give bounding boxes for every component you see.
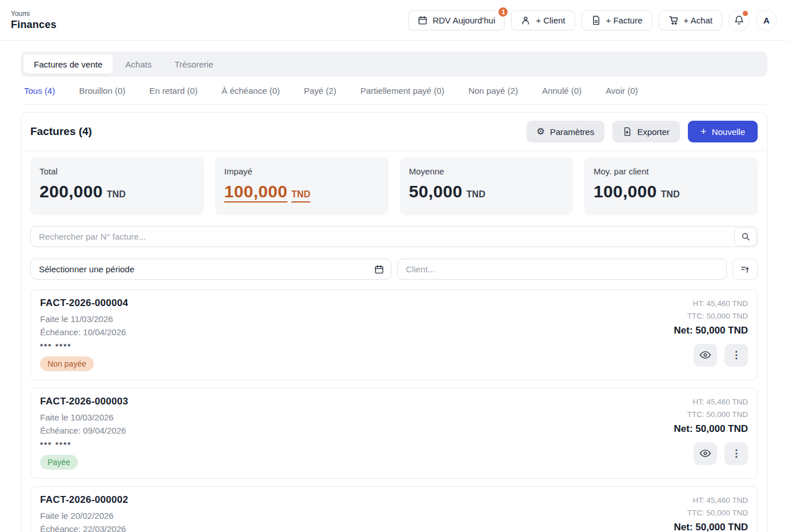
invoice-number: FACT-2026-000002 (40, 494, 128, 506)
invoice-number: FACT-2026-000004 (40, 297, 128, 309)
invoice-ht: HT: 45,460 TND (692, 494, 748, 507)
invoice-right: HT: 45,460 TND TTC: 50,000 TND Net: 50,0… (674, 297, 748, 371)
stat-moyenne-value: 50,000 (409, 182, 463, 201)
search-input[interactable] (30, 226, 758, 247)
more-menu-button[interactable]: ⋮ (724, 442, 748, 465)
eye-icon (699, 447, 711, 459)
invoice-masked-ref: *** **** (40, 440, 128, 449)
add-facture-button[interactable]: + Facture (581, 10, 652, 30)
stat-total-currency: TND (107, 189, 126, 200)
filter-row (30, 259, 758, 280)
stat-moy-par-client: Moy. par client 100,000TND (584, 157, 758, 215)
header-actions: RDV Aujourd'hui 1 + Client + Facture + A… (408, 10, 777, 31)
invoice-left: FACT-2026-000003 Faite le 10/03/2026 Éch… (40, 396, 128, 470)
filter-en-retard[interactable]: En retard (0) (149, 86, 197, 96)
filter-annule[interactable]: Annulé (0) (542, 86, 581, 96)
search-icon (741, 232, 750, 241)
invoice-ht: HT: 45,460 TND (692, 396, 748, 408)
panel-title: Factures (4) (30, 125, 92, 138)
panel-actions: ⚙ Paramètres Exporter + Nouvelle (526, 121, 758, 142)
invoice-masked-ref: *** **** (40, 342, 128, 351)
stat-impaye: Impayé 100,000TND (215, 157, 389, 215)
more-menu-button[interactable]: ⋮ (724, 344, 748, 367)
stat-moy-par-client-currency: TND (661, 189, 680, 200)
filter-paye[interactable]: Payé (2) (304, 86, 336, 96)
tab-tresorerie[interactable]: Trésorerie (164, 54, 224, 74)
invoice-row-fact-2026-000004[interactable]: FACT-2026-000004 Faite le 11/03/2026 Éch… (30, 289, 758, 380)
kebab-icon: ⋮ (731, 350, 741, 360)
stat-moyenne-label: Moyenne (409, 166, 564, 176)
invoice-ttc: TTC: 50,000 TND (687, 507, 748, 519)
settings-label: Paramètres (550, 127, 595, 137)
view-button[interactable] (694, 344, 717, 367)
invoices-panel: Factures (4) ⚙ Paramètres Exporter + Nou… (21, 112, 767, 532)
invoice-ttc: TTC: 50,000 TND (687, 310, 748, 323)
invoice-ht: HT: 45,460 TND (692, 297, 748, 310)
cart-icon (668, 15, 679, 25)
avatar[interactable]: A (756, 10, 777, 31)
filter-partiellement-paye[interactable]: Partiellement payé (0) (361, 86, 445, 96)
stat-total-label: Total (39, 166, 195, 176)
bell-icon (734, 15, 745, 26)
document-icon (591, 15, 601, 25)
stat-total: Total 200,000TND (30, 157, 204, 215)
stat-impaye-currency[interactable]: TND (291, 189, 310, 200)
export-label: Exporter (637, 127, 670, 137)
tab-achats[interactable]: Achats (115, 54, 162, 74)
invoice-actions: ⋮ (694, 442, 748, 465)
view-button[interactable] (694, 442, 717, 465)
page: Youmi Finances RDV Aujourd'hui 1 + Clien… (0, 0, 788, 532)
invoice-due-date: Échéance: 10/04/2026 (40, 326, 128, 339)
gear-icon: ⚙ (537, 127, 545, 136)
calendar-icon (418, 15, 427, 25)
invoice-made-date: Faite le 10/03/2026 (40, 411, 128, 424)
tab-factures-de-vente[interactable]: Factures de vente (23, 54, 113, 74)
invoice-row-fact-2026-000002[interactable]: FACT-2026-000002 Faite le 20/02/2026 Éch… (30, 486, 758, 532)
invoice-net: Net: 50,000 TND (674, 423, 748, 435)
settings-button[interactable]: ⚙ Paramètres (526, 121, 605, 142)
period-input[interactable] (30, 259, 391, 280)
stat-moyenne-currency: TND (466, 189, 485, 200)
sort-icon (740, 264, 750, 275)
filter-non-paye[interactable]: Non payé (2) (468, 86, 518, 96)
rdv-count-badge: 1 (497, 6, 509, 18)
brand: Youmi Finances (11, 10, 57, 31)
invoice-due-date: Échéance: 22/03/2026 (40, 523, 128, 532)
rdv-today-button[interactable]: RDV Aujourd'hui 1 (408, 10, 505, 30)
filter-avoir[interactable]: Avoir (0) (605, 86, 637, 96)
new-invoice-button[interactable]: + Nouvelle (688, 121, 758, 142)
stats-row: Total 200,000TND Impayé 100,000TND Moyen… (21, 151, 767, 215)
export-icon (623, 127, 632, 136)
notifications-button[interactable] (728, 10, 750, 31)
sort-button[interactable] (732, 259, 758, 280)
client-input[interactable] (397, 259, 727, 280)
invoice-due-date: Échéance: 09/04/2026 (40, 424, 128, 438)
export-button[interactable]: Exporter (612, 121, 680, 142)
stat-moy-par-client-label: Moy. par client (593, 166, 749, 176)
invoice-row-fact-2026-000003[interactable]: FACT-2026-000003 Faite le 10/03/2026 Éch… (30, 388, 758, 479)
filter-tous[interactable]: Tous (4) (24, 86, 55, 96)
add-achat-button[interactable]: + Achat (659, 10, 722, 30)
stat-impaye-label: Impayé (224, 166, 379, 176)
rdv-today-label: RDV Aujourd'hui (433, 15, 496, 25)
invoice-net: Net: 50,000 TND (674, 522, 748, 532)
section-tabbar: Factures de vente Achats Trésorerie (21, 51, 767, 77)
invoice-right: HT: 45,460 TND TTC: 50,000 TND Net: 50,0… (674, 494, 748, 532)
invoice-made-date: Faite le 20/02/2026 (40, 510, 128, 523)
plus-icon: + (700, 126, 707, 137)
add-client-button[interactable]: + Client (511, 10, 575, 30)
add-achat-label: + Achat (684, 15, 712, 25)
app-header: Youmi Finances RDV Aujourd'hui 1 + Clien… (0, 0, 788, 41)
invoice-made-date: Faite le 11/03/2026 (40, 313, 128, 326)
filter-brouillon[interactable]: Brouillon (0) (79, 86, 125, 96)
period-select (30, 259, 391, 280)
panel-header: Factures (4) ⚙ Paramètres Exporter + Nou… (21, 113, 767, 151)
status-badge: Payée (40, 455, 78, 470)
stat-moy-par-client-value: 100,000 (593, 182, 657, 201)
stat-impaye-value[interactable]: 100,000 (224, 182, 288, 201)
invoice-left: FACT-2026-000004 Faite le 11/03/2026 Éch… (40, 297, 128, 371)
add-client-label: + Client (536, 15, 565, 25)
search-button[interactable] (734, 227, 757, 246)
filter-a-echeance[interactable]: À échéance (0) (221, 86, 280, 96)
add-facture-label: + Facture (606, 15, 643, 25)
